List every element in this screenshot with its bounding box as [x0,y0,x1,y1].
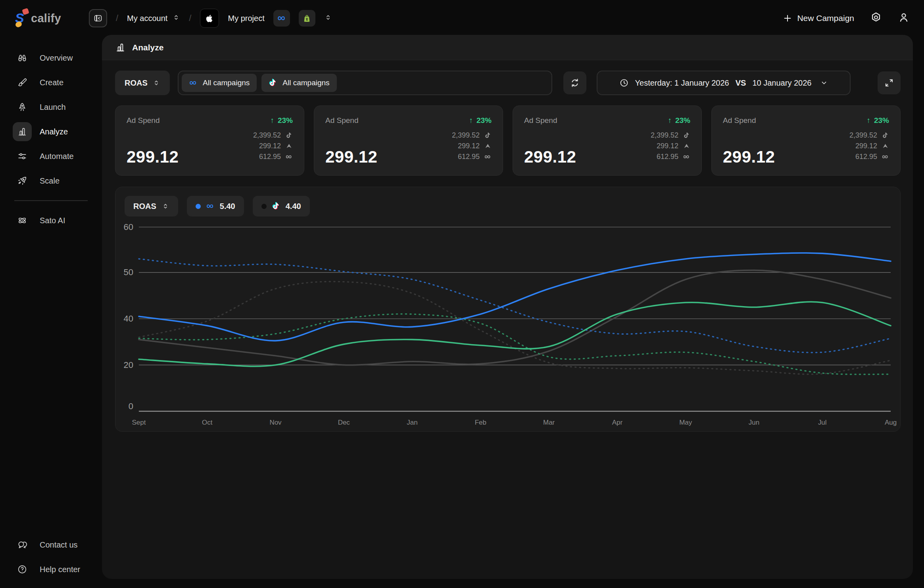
kpi-breakdown-row: 299.12 [657,142,690,150]
app-logo[interactable]: S calify [14,9,61,28]
project-app-badge[interactable] [200,9,219,28]
kpi-breakdown-row: 2,399.52 [253,131,293,140]
kpi-breakdown-row: 2,399.52 [651,131,690,140]
new-campaign-button[interactable]: New Campaign [783,13,854,23]
settings-button[interactable] [870,11,882,25]
kpi-card-3[interactable]: Ad Spend ↑ 23% 2,399.52299.12612.95 299.… [513,105,702,176]
logo-text: calify [31,12,61,25]
tiktok-icon [272,202,280,211]
x-tick-label-may: May [679,419,692,426]
sidebar-item-contact-us[interactable]: Contact us [0,532,102,557]
filter-bar: ROAS All campaigns All campaigns Yesterd… [115,71,901,95]
metric-select[interactable]: ROAS [115,71,170,95]
arrow-up-icon: ↑ [469,116,473,125]
meta-icon [683,153,690,161]
tiktok-campaigns-label: All campaigns [282,79,329,87]
tiktok-roas-value: 4.40 [286,202,301,211]
refresh-icon [570,78,580,88]
sliders-icon [17,151,27,161]
x-tick-label-sept: Sept [132,419,146,426]
sidebar-collapse-button[interactable] [89,9,107,27]
kpi-breakdown-value: 612.95 [458,153,480,161]
date-range-select[interactable]: Yesterday: 1 January 2026 VS 10 January … [597,71,851,95]
shopify-icon [302,14,311,23]
kpi-change-badge: ↑ 23% [469,116,492,125]
y-tick-label: 20 [124,360,133,370]
x-tick-label-aug: Aug [885,419,897,426]
clock-icon [619,78,629,88]
legend-tiktok-chip[interactable]: 4.40 [253,196,310,216]
meta-icon [277,13,286,23]
user-icon [898,11,910,23]
breadcrumb: / My account / My project [89,9,332,28]
roas-line-chart[interactable]: 605040200SeptOctNovDecJanFebMarAprMayJun… [115,187,900,431]
sidebar-item-help-center[interactable]: Help center [0,557,102,582]
chart-metric-label: ROAS [133,202,156,211]
tiktok-icon [882,132,889,139]
chart-metric-select[interactable]: ROAS [125,196,178,216]
help-circle-icon [17,564,27,575]
meta-icon [189,79,198,87]
app-window: { "topbar": { "logo_letter": "S", "logo_… [0,0,924,588]
fullscreen-button[interactable] [878,71,901,94]
kpi-card-2[interactable]: Ad Spend ↑ 23% 2,399.52299.12612.95 299.… [314,105,503,176]
project-shopify-badge[interactable] [299,10,315,27]
x-tick-label-jul: Jul [818,419,827,426]
kpi-breakdown: 2,399.52299.12612.95 [651,131,690,161]
new-campaign-label: New Campaign [797,13,854,23]
arrowhead-icon [484,142,492,150]
chevron-updown-icon [324,13,332,21]
sidebar-item-sato-ai[interactable]: Sato AI [0,208,102,233]
meta-campaigns-chip[interactable]: All campaigns [182,74,257,92]
kpi-breakdown-value: 612.95 [855,153,877,161]
tiktok-series-dot [261,204,267,209]
x-tick-label-dec: Dec [338,419,350,426]
sidebar-item-overview[interactable]: Overview [0,46,102,70]
refresh-button[interactable] [563,71,586,94]
binoculars-icon [17,53,27,63]
project-meta-badge[interactable] [273,10,290,27]
tiktok-icon [683,132,690,139]
chart-line-combined-current [139,270,891,365]
chart-legend: ROAS 5.40 4.40 [125,196,310,216]
kpi-value: 299.12 [325,147,377,167]
account-switcher[interactable]: My account [127,13,180,23]
kpi-change-value: 23% [278,116,293,125]
main-panel: Analyze ROAS All campaigns All campaigns… [102,35,913,579]
tiktok-campaigns-chip[interactable]: All campaigns [261,74,336,92]
legend-meta-chip[interactable]: 5.40 [187,196,244,216]
chart-panel: ROAS 5.40 4.40 605040200SeptOctNovDecJan… [115,187,901,432]
x-tick-label-apr: Apr [612,419,623,426]
expand-icon [884,78,894,88]
kpi-value: 299.12 [127,147,179,167]
project-name: My project [228,14,264,23]
sidebar-item-analyze[interactable]: Analyze [0,119,102,144]
kpi-breakdown-row: 612.95 [259,153,293,161]
tiktok-icon [269,79,277,87]
project-switcher[interactable]: My project [228,14,264,23]
meta-icon [206,202,215,211]
sidebar-item-automate[interactable]: Automate [0,144,102,169]
project-selector-toggle[interactable] [324,13,332,23]
kpi-card-4[interactable]: Ad Spend ↑ 23% 2,399.52299.12612.95 299.… [711,105,901,176]
sidebar-nav: Overview Create Launch Analyze Automate … [0,46,102,233]
profile-button[interactable] [898,11,910,25]
breadcrumb-separator: / [116,13,118,23]
kpi-breakdown: 2,399.52299.12612.95 [849,131,889,161]
sidebar-item-create[interactable]: Create [0,70,102,95]
kpi-card-1[interactable]: Ad Spend ↑ 23% 2,399.52299.12612.95 299.… [115,105,304,176]
kpi-breakdown-row: 299.12 [855,142,889,150]
x-tick-label-nov: Nov [269,419,282,426]
arrow-up-icon: ↑ [668,116,672,125]
meta-icon [285,153,293,161]
sidebar-item-launch[interactable]: Launch [0,95,102,119]
gear-icon [870,11,882,23]
sidebar-item-scale[interactable]: Scale [0,169,102,193]
metric-select-label: ROAS [125,79,148,88]
kpi-change-value: 23% [675,116,690,125]
chevron-updown-icon [172,13,180,21]
logo-s-icon: S [14,9,29,28]
kpi-cards-row: Ad Spend ↑ 23% 2,399.52299.12612.95 299.… [115,105,901,176]
arrow-up-icon: ↑ [270,116,274,125]
kpi-breakdown-value: 2,399.52 [651,131,678,140]
